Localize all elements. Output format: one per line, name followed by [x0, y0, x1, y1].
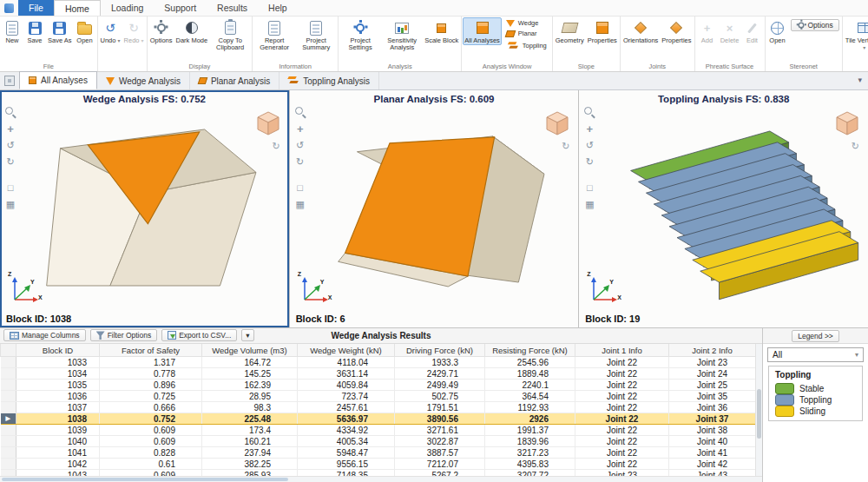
planar-window-button[interactable]: Planar: [503, 29, 549, 38]
row-selector-cell[interactable]: [1, 470, 16, 476]
zoom-window-icon[interactable]: □: [4, 182, 16, 194]
pan-icon[interactable]: +: [4, 122, 16, 135]
slope-geometry-button[interactable]: Geometry: [554, 17, 586, 44]
export-csv-dropdown[interactable]: ▾: [241, 329, 253, 341]
tab-planar-analysis[interactable]: Planar Analysis: [190, 72, 279, 89]
stereonet-options-button[interactable]: Options: [791, 19, 839, 31]
table-row[interactable]: 10350.896162.394059.842499.492240.1Joint…: [1, 380, 756, 391]
menu-tab-results[interactable]: Results: [207, 0, 258, 16]
save-as-button[interactable]: Save As: [46, 17, 74, 44]
scrollbar-thumb[interactable]: [757, 389, 761, 439]
rotate-ccw-icon[interactable]: ↺: [294, 139, 306, 151]
table-row[interactable]: ▶10380.752225.485636.973890.562926Joint …: [1, 413, 756, 425]
view-cube[interactable]: [543, 109, 571, 141]
rotate-cw-icon[interactable]: ↻: [294, 155, 306, 168]
sensitivity-analysis-button[interactable]: Sensitivity Analysis: [381, 17, 423, 52]
row-selector-cell[interactable]: [1, 425, 16, 436]
row-selector-cell[interactable]: ▶: [1, 413, 16, 425]
menu-tab-help[interactable]: Help: [258, 0, 298, 16]
rotate-cw-icon[interactable]: ↻: [583, 155, 595, 168]
slope-properties-button[interactable]: Properties: [586, 17, 619, 44]
legend-filter-dropdown[interactable]: All ▾: [767, 347, 864, 362]
vertical-scrollbar[interactable]: [755, 344, 762, 476]
table-row[interactable]: 10340.778145.253631.142429.711889.48Join…: [1, 368, 756, 380]
wedge-3d-scene[interactable]: [23, 109, 280, 303]
row-selector-cell[interactable]: [1, 380, 16, 391]
column-header-driving-force-kn-[interactable]: Driving Force (kN): [395, 344, 485, 357]
column-header-block-id[interactable]: Block ID: [16, 344, 100, 357]
export-csv-button[interactable]: Export to CSV...: [161, 329, 237, 341]
table-row[interactable]: 10370.66698.32457.611791.511192.93Joint …: [1, 402, 756, 413]
stereonet-open-button[interactable]: Open: [766, 17, 789, 44]
view-rotate-icon[interactable]: ↻: [852, 141, 859, 152]
row-selector-cell[interactable]: [1, 402, 16, 413]
view-cube[interactable]: [833, 109, 861, 141]
tab-overflow-chevron[interactable]: ▾: [858, 76, 862, 84]
table-row[interactable]: 10410.828237.945948.473887.573217.23Join…: [1, 447, 756, 459]
horizontal-scrollbar[interactable]: [0, 476, 762, 482]
view-cube[interactable]: [254, 109, 282, 141]
viewport-toppling[interactable]: Toppling Analysis FS: 0.838 + ↺ ↻ □ ▦ ↻ …: [579, 90, 868, 327]
tab-wedge-analysis[interactable]: Wedge Analysis: [97, 72, 190, 89]
column-header-joint-2-info[interactable]: Joint 2 Info: [669, 344, 756, 357]
menu-tab-file[interactable]: File: [18, 0, 54, 16]
table-row[interactable]: 10420.61382.259556.157212.074395.83Joint…: [1, 459, 756, 470]
zoom-extents-icon[interactable]: ▦: [294, 198, 306, 210]
legend-toggle-button[interactable]: Legend >>: [792, 330, 839, 342]
table-row[interactable]: 10390.609173.44334.923271.611991.37Joint…: [1, 425, 756, 436]
view-rotate-icon[interactable]: ↻: [562, 141, 569, 152]
column-header-joint-1-info[interactable]: Joint 1 Info: [575, 344, 669, 357]
zoom-icon[interactable]: [583, 106, 595, 118]
dark-mode-button[interactable]: Dark Mode: [174, 17, 209, 44]
all-analyses-button[interactable]: All Analyses: [463, 17, 501, 45]
zoom-extents-icon[interactable]: ▦: [583, 198, 595, 210]
row-selector-cell[interactable]: [1, 459, 16, 470]
planar-3d-scene[interactable]: [312, 109, 570, 303]
undo-button[interactable]: ↺Undo ▾: [99, 17, 122, 44]
zoom-icon[interactable]: [294, 106, 306, 118]
viewport-wedge[interactable]: Wedge Analysis FS: 0.752 + ↺ ↻ □ ▦ ↻: [0, 90, 290, 327]
copy-to-clipboard-button[interactable]: Copy To Clipboard: [209, 17, 251, 52]
toppling-3d-scene[interactable]: [602, 109, 859, 303]
tab-all-analyses[interactable]: All Analyses: [19, 71, 97, 89]
wedge-window-button[interactable]: Wedge: [503, 18, 549, 28]
menu-tab-support[interactable]: Support: [154, 0, 207, 16]
manage-columns-button[interactable]: Manage Columns: [3, 329, 86, 341]
joint-properties-button[interactable]: Properties: [660, 17, 693, 44]
row-selector-cell[interactable]: [1, 391, 16, 402]
table-row[interactable]: 10331.317164.724118.041933.32545.96Joint…: [1, 357, 756, 368]
table-row[interactable]: 10430.609285.937148.355267.23207.72Joint…: [1, 470, 756, 476]
table-scroll-region[interactable]: Block IDFactor of SafetyWedge Volume (m3…: [0, 344, 762, 476]
options-button[interactable]: Options: [148, 17, 174, 44]
pan-icon[interactable]: +: [294, 122, 306, 135]
zoom-window-icon[interactable]: □: [294, 182, 306, 194]
save-button[interactable]: Save: [23, 17, 46, 44]
table-row[interactable]: 10360.72528.95723.74502.75364.54Joint 22…: [1, 391, 756, 402]
column-header-wedge-weight-kn-[interactable]: Wedge Weight (kN): [298, 344, 395, 357]
zoom-icon[interactable]: [4, 106, 16, 118]
tab-toppling-analysis[interactable]: Toppling Analysis: [279, 72, 379, 89]
scrollbar-thumb[interactable]: [2, 478, 288, 481]
project-settings-button[interactable]: Project Settings: [339, 17, 381, 52]
row-selector-cell[interactable]: [1, 436, 16, 447]
undo-dropdown-caret[interactable]: ▾: [118, 38, 121, 43]
tile-vertically-button[interactable]: Tile Vertically ▾: [844, 17, 868, 52]
pan-icon[interactable]: +: [583, 122, 595, 135]
open-button[interactable]: Open: [74, 17, 96, 44]
toppling-window-button[interactable]: Toppling: [503, 39, 549, 51]
row-selector-cell[interactable]: [1, 368, 16, 380]
rotate-ccw-icon[interactable]: ↺: [583, 139, 595, 151]
column-header-factor-of-safety[interactable]: Factor of Safety: [100, 344, 202, 357]
viewport-planar[interactable]: Planar Analysis FS: 0.609 + ↺ ↻ □ ▦ ↻: [290, 90, 580, 327]
filter-options-button[interactable]: Filter Options: [90, 329, 158, 341]
zoom-extents-icon[interactable]: ▦: [4, 198, 16, 210]
joint-orientations-button[interactable]: Orientations: [621, 17, 660, 44]
view-rotate-icon[interactable]: ↻: [272, 141, 279, 152]
project-summary-button[interactable]: Project Summary: [295, 17, 337, 52]
column-header-wedge-volume-m3-[interactable]: Wedge Volume (m3): [202, 344, 298, 357]
rotate-cw-icon[interactable]: ↻: [4, 155, 16, 168]
scale-block-button[interactable]: Scale Block: [423, 17, 460, 44]
table-row[interactable]: 10400.609160.214005.343022.871839.96Join…: [1, 436, 756, 447]
rotate-ccw-icon[interactable]: ↺: [4, 139, 16, 151]
row-selector-cell[interactable]: [1, 447, 16, 459]
